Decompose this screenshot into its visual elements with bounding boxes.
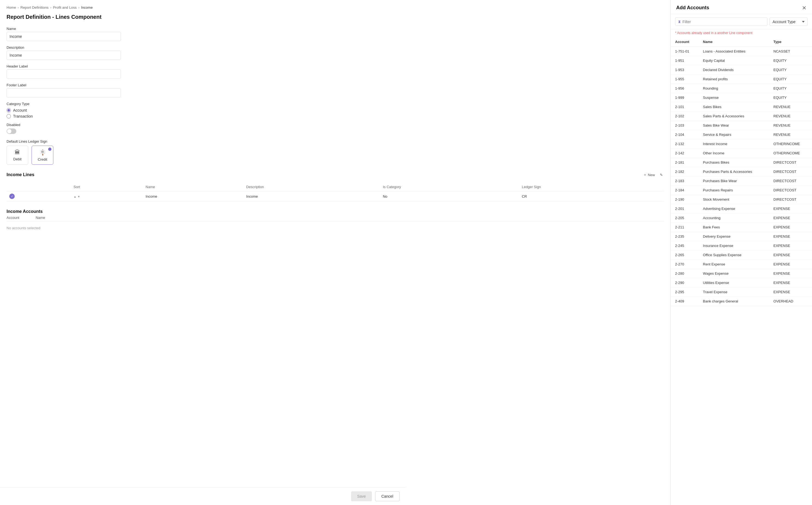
list-item[interactable]: 1-955 Retained profits EQUITY xyxy=(671,74,812,84)
list-item[interactable]: 2-280 Wages Expense EXPENSE xyxy=(671,269,812,278)
account-type: EXPENSE xyxy=(769,250,812,260)
row-ledger-sign: CR xyxy=(519,191,664,201)
breadcrumb-profit-loss[interactable]: Profit and Loss xyxy=(53,5,77,10)
bottom-bar: Save Cancel xyxy=(0,487,406,505)
account-type: EXPENSE xyxy=(769,223,812,232)
account-name: Sales Bikes xyxy=(698,102,769,112)
account-name: Equity Capital xyxy=(698,56,769,65)
list-item[interactable]: 2-211 Bank Fees EXPENSE xyxy=(671,223,812,232)
name-input[interactable] xyxy=(7,32,121,41)
list-item[interactable]: 2-183 Purchases Bike Wear DIRECTCOST xyxy=(671,176,812,186)
disabled-group: Disabled xyxy=(7,123,664,134)
breadcrumb-home[interactable]: Home xyxy=(7,5,16,10)
warning-text: * Accounts already used in a another Lin… xyxy=(671,29,812,37)
account-type: EXPENSE xyxy=(769,278,812,288)
th-account: Account xyxy=(671,37,698,47)
radio-account-item[interactable]: Account xyxy=(7,108,664,113)
new-line-button[interactable]: ＋ New xyxy=(642,171,656,178)
account-number: 2-132 xyxy=(671,139,698,149)
th-type: Type xyxy=(769,37,812,47)
account-name: Travel Expense xyxy=(698,288,769,297)
list-item[interactable]: 2-265 Office Supplies Expense EXPENSE xyxy=(671,250,812,260)
close-button[interactable]: ✕ xyxy=(802,5,807,11)
footer-label-input[interactable] xyxy=(7,88,121,98)
list-item[interactable]: 2-184 Purchases Repairs DIRECTCOST xyxy=(671,186,812,195)
th-name: Name xyxy=(698,37,769,47)
list-item[interactable]: 2-142 Other Income OTHERINCOME xyxy=(671,149,812,158)
list-item[interactable]: 1-751-01 Loans - Associated Entities NCA… xyxy=(671,47,812,56)
col-description: Description xyxy=(244,183,380,191)
list-item[interactable]: 2-190 Stock Movement DIRECTCOST xyxy=(671,195,812,204)
account-name: Office Supplies Expense xyxy=(698,250,769,260)
list-item[interactable]: 2-205 Accounting EXPENSE xyxy=(671,213,812,223)
ledger-sign-options: 🏛 Debit 🪧 Credit xyxy=(7,146,664,165)
account-name: Retained profits xyxy=(698,74,769,84)
edit-line-button[interactable]: ✎ xyxy=(659,172,664,178)
sort-arrows[interactable]: ▲ ▼ xyxy=(73,195,80,198)
list-item[interactable]: 2-103 Sales Bike Wear REVENUE xyxy=(671,121,812,130)
row-name: Income xyxy=(143,191,244,201)
list-item[interactable]: 1-953 Declared Dividends EQUITY xyxy=(671,65,812,74)
credit-label: Credit xyxy=(38,157,47,161)
radio-account[interactable] xyxy=(7,108,11,113)
list-item[interactable]: 2-181 Purchases Bikes DIRECTCOST xyxy=(671,158,812,167)
account-name: Sales Parts & Accessories xyxy=(698,112,769,121)
account-number: 2-409 xyxy=(671,297,698,306)
account-number: 2-205 xyxy=(671,213,698,223)
account-type: EXPENSE xyxy=(769,213,812,223)
list-item[interactable]: 2-102 Sales Parts & Accessories REVENUE xyxy=(671,112,812,121)
radio-transaction-item[interactable]: Transaction xyxy=(7,114,664,119)
account-number: 2-142 xyxy=(671,149,698,158)
account-number: 2-265 xyxy=(671,250,698,260)
list-item[interactable]: 2-270 Rent Expense EXPENSE xyxy=(671,260,812,269)
accounts-table-header: Account Name xyxy=(7,214,664,221)
account-number: 2-245 xyxy=(671,241,698,250)
list-item[interactable]: 2-104 Service & Repairs REVENUE xyxy=(671,130,812,139)
account-type-select[interactable]: Account Type xyxy=(770,17,808,26)
list-item[interactable]: 2-245 Insurance Expense EXPENSE xyxy=(671,241,812,250)
table-row[interactable]: ✓ ▲ ▼ Income Income No CR xyxy=(7,191,664,201)
list-item[interactable]: 2-235 Delivery Expense EXPENSE xyxy=(671,232,812,241)
account-type: DIRECTCOST xyxy=(769,158,812,167)
filter-input-wrap: ⧗ xyxy=(675,17,767,26)
description-input[interactable] xyxy=(7,51,121,60)
list-item[interactable]: 1-951 Equity Capital EQUITY xyxy=(671,56,812,65)
description-label: Description xyxy=(7,45,664,49)
account-type: EXPENSE xyxy=(769,288,812,297)
list-item[interactable]: 2-182 Purchases Parts & Accessories DIRE… xyxy=(671,167,812,176)
list-item[interactable]: 2-290 Utilities Expense EXPENSE xyxy=(671,278,812,288)
list-item[interactable]: 2-295 Travel Expense EXPENSE xyxy=(671,288,812,297)
cancel-button[interactable]: Cancel xyxy=(375,491,400,501)
list-item[interactable]: 2-409 Bank charges General OVERHEAD xyxy=(671,297,812,306)
account-number: 2-104 xyxy=(671,130,698,139)
account-number: 2-101 xyxy=(671,102,698,112)
account-type: EXPENSE xyxy=(769,232,812,241)
credit-card[interactable]: 🪧 Credit xyxy=(32,146,53,165)
list-item[interactable]: 1-999 Suspense EQUITY xyxy=(671,93,812,102)
account-name: Rent Expense xyxy=(698,260,769,269)
list-item[interactable]: 2-132 Interest Income OTHERINCOME xyxy=(671,139,812,149)
account-type: EQUITY xyxy=(769,65,812,74)
breadcrumb-report-defs[interactable]: Report Definitions xyxy=(20,5,48,10)
account-type: EQUITY xyxy=(769,84,812,93)
col-name: Name xyxy=(143,183,244,191)
header-label-input[interactable] xyxy=(7,69,121,79)
page-title: Report Definition - Lines Component xyxy=(7,14,664,20)
radio-transaction[interactable] xyxy=(7,114,11,119)
filter-input[interactable] xyxy=(682,20,764,24)
income-lines-title: Income Lines xyxy=(7,172,34,177)
list-item[interactable]: 2-101 Sales Bikes REVENUE xyxy=(671,102,812,112)
new-label: New xyxy=(648,173,655,177)
account-number: 2-201 xyxy=(671,204,698,213)
disabled-toggle[interactable] xyxy=(7,129,16,134)
list-item[interactable]: 1-956 Rounding EQUITY xyxy=(671,84,812,93)
account-type: EQUITY xyxy=(769,56,812,65)
account-type: REVENUE xyxy=(769,102,812,112)
save-button[interactable]: Save xyxy=(351,491,372,501)
account-type: EXPENSE xyxy=(769,204,812,213)
account-type: DIRECTCOST xyxy=(769,176,812,186)
debit-card[interactable]: 🏛 Debit xyxy=(7,146,28,165)
card-icon: 🪧 xyxy=(39,149,46,156)
list-item[interactable]: 2-201 Advertising Expense EXPENSE xyxy=(671,204,812,213)
account-number: 2-270 xyxy=(671,260,698,269)
